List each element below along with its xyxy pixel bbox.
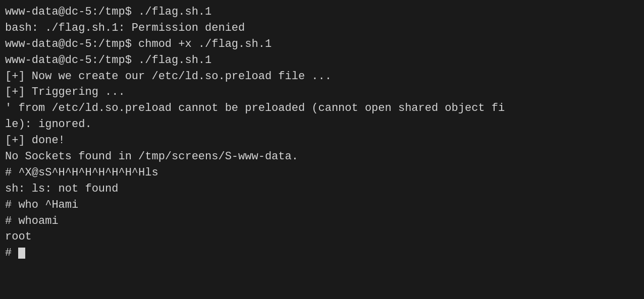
terminal-line: root	[5, 229, 639, 245]
terminal-line: www-data@dc-5:/tmp$ ./flag.sh.1	[5, 52, 639, 69]
terminal-line: le): ignored.	[5, 116, 639, 133]
terminal-window[interactable]: www-data@dc-5:/tmp$ ./flag.sh.1bash: ./f…	[5, 4, 639, 295]
terminal-line: ' from /etc/ld.so.preload cannot be prel…	[5, 100, 639, 116]
terminal-line: # who ^Hami	[5, 197, 639, 213]
terminal-line: [+] Now we create our /etc/ld.so.preload…	[5, 69, 639, 85]
terminal-line: www-data@dc-5:/tmp$ chmod +x ./flag.sh.1	[5, 36, 639, 52]
terminal-line: [+] Triggering ...	[5, 84, 639, 100]
terminal-line: sh: ls: not found	[5, 181, 639, 197]
terminal-line: No Sockets found in /tmp/screens/S-www-d…	[5, 149, 639, 165]
terminal-line: [+] done!	[5, 133, 639, 149]
terminal-line: # ^X@sS^H^H^H^H^H^H^Hls	[5, 165, 639, 181]
terminal-cursor	[18, 248, 25, 259]
terminal-line: # whoami	[5, 213, 639, 229]
terminal-line: www-data@dc-5:/tmp$ ./flag.sh.1	[5, 4, 639, 20]
terminal-line: #	[5, 245, 639, 261]
terminal-line: bash: ./flag.sh.1: Permission denied	[5, 20, 639, 36]
